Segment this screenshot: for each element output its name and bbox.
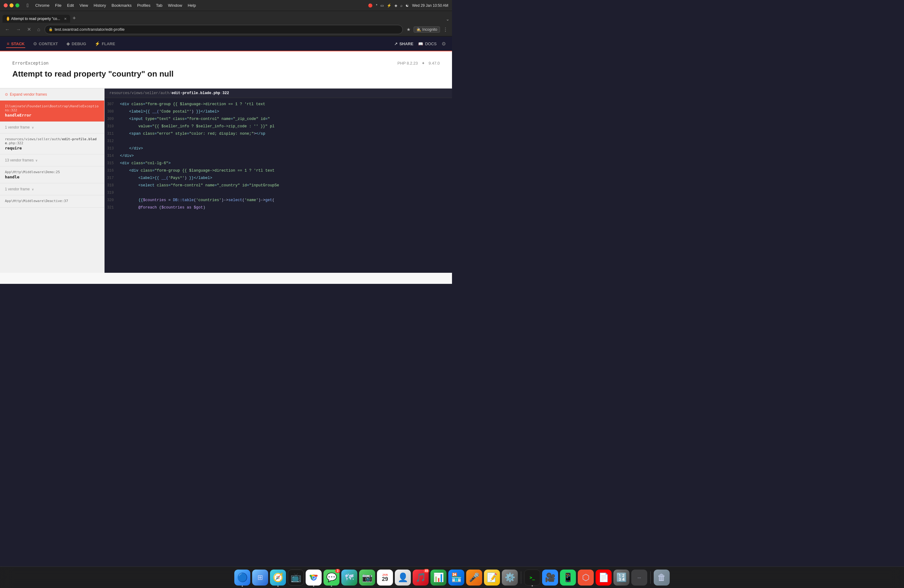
display-icon[interactable]: ▭ bbox=[380, 3, 384, 8]
vendor-frames-label-2: 13 vendor frames bbox=[5, 158, 33, 162]
error-title: Attempt to read property "country" on nu… bbox=[12, 69, 440, 79]
address-bar[interactable]: 🔒 test.swantrad.com/translator/edit-prof… bbox=[44, 25, 403, 34]
line-num-317: 317 bbox=[104, 175, 120, 182]
docs-button[interactable]: 📖 DOCS bbox=[418, 41, 437, 46]
stack-frame-2[interactable]: resources/views/seller/auth/edit-profile… bbox=[0, 133, 104, 154]
debug-tab-label: DEBUG bbox=[72, 41, 86, 46]
line-code-316: <div class="form-group {{ $language->dir… bbox=[120, 167, 275, 174]
ignition-right-actions: ↗ SHARE 📖 DOCS ⚙ bbox=[394, 41, 446, 47]
frame-method-2: require bbox=[5, 146, 99, 150]
code-line-321: 321 @foreach ($countries as $got) bbox=[104, 204, 452, 211]
minimize-button[interactable] bbox=[9, 3, 14, 7]
profiles-menu[interactable]: Profiles bbox=[135, 2, 153, 8]
stack-frame-4[interactable]: App\Http\Middleware\Deactive:37 bbox=[0, 195, 104, 207]
code-line-313: 313 </div> bbox=[104, 145, 452, 152]
stack-frame-3[interactable]: App\Http\Middleware\Demo:25 handle bbox=[0, 166, 104, 183]
code-panel: resources/views/seller/auth/edit-profile… bbox=[104, 89, 452, 273]
help-menu[interactable]: Help bbox=[185, 2, 198, 8]
tab-context[interactable]: ⊙ CONTEXT bbox=[33, 40, 58, 48]
forward-button[interactable]: → bbox=[14, 25, 23, 33]
line-code-308: <label>{{ __('Code postal*') }}</label> bbox=[120, 108, 219, 115]
vendor-frames-3[interactable]: 1 vendor frame ∨ bbox=[0, 183, 104, 195]
battery-icon[interactable]: ⚡ bbox=[387, 3, 392, 8]
code-line-319: 319 bbox=[104, 189, 452, 196]
line-num-312: 312 bbox=[104, 138, 120, 145]
line-num-314: 314 bbox=[104, 153, 120, 159]
search-icon[interactable]: ⌕ bbox=[400, 3, 403, 8]
bluetooth-icon[interactable]: * bbox=[376, 3, 377, 8]
wifi-icon[interactable]: ◈ bbox=[395, 3, 397, 8]
code-file-path: resources/views/seller/auth/edit-profile… bbox=[104, 89, 452, 98]
stack-panel: ⊙ Expand vendor frames Illuminate\Founda… bbox=[0, 89, 104, 273]
siri-icon[interactable]: ☯ bbox=[406, 3, 409, 8]
line-num-313: 313 bbox=[104, 145, 120, 152]
error-meta: ErrorException PHP 8.2.23 ✦ 9.47.0 bbox=[12, 60, 440, 65]
datetime: Wed 29 Jan 10:50 AM bbox=[412, 3, 448, 8]
vendor-frames-label-3: 1 vendor frame bbox=[5, 187, 30, 191]
home-button[interactable]: ⌂ bbox=[35, 25, 42, 33]
control-center-icon[interactable]: 🔴 bbox=[368, 3, 373, 8]
chrome-menu-button[interactable]: ⋮ bbox=[442, 25, 449, 33]
code-line-320: 320 {{$countries = DB::table('countries'… bbox=[104, 196, 452, 204]
line-code-314: </div> bbox=[120, 153, 134, 159]
bookmark-star-button[interactable]: ★ bbox=[405, 25, 412, 33]
line-code-318: <select class="form-control" name="_coun… bbox=[120, 182, 279, 189]
history-menu[interactable]: History bbox=[91, 2, 108, 8]
php-version: PHP 8.2.23 bbox=[398, 61, 418, 65]
ignition-toolbar: ≡ STACK ⊙ CONTEXT ◆ DEBUG ⚡ FLARE ↗ SHAR… bbox=[0, 36, 452, 51]
tab-stack[interactable]: ≡ STACK bbox=[6, 40, 25, 48]
debug-icon: ◆ bbox=[66, 41, 70, 46]
url-text: test.swantrad.com/translator/edit-profil… bbox=[55, 27, 125, 32]
edit-menu[interactable]: Edit bbox=[65, 2, 76, 8]
chrome-menu[interactable]: Chrome bbox=[33, 2, 52, 8]
frame-class-4: App\Http\Middleware\Deactive:37 bbox=[5, 199, 99, 203]
apple-menu[interactable]:  bbox=[24, 2, 31, 9]
reload-button[interactable]: ✕ bbox=[25, 25, 33, 33]
line-num-320: 320 bbox=[104, 197, 120, 204]
tab-close-button[interactable]: ✕ bbox=[64, 17, 67, 21]
bookmarks-menu[interactable]: Bookmarks bbox=[109, 2, 134, 8]
incognito-badge: 🕵 Incognito bbox=[414, 27, 440, 33]
new-tab-button[interactable]: + bbox=[71, 15, 78, 22]
code-area: ⊙ Expand vendor frames Illuminate\Founda… bbox=[0, 88, 452, 273]
main-content: ErrorException PHP 8.2.23 ✦ 9.47.0 Attem… bbox=[0, 51, 452, 284]
stack-frame-1[interactable]: Illuminate\Foundation\Bootstrap\HandleEx… bbox=[0, 101, 104, 122]
browser-chrome: ⚠ Attempt to read property "co... ✕ + ⌄ … bbox=[0, 11, 452, 36]
file-menu[interactable]: File bbox=[52, 2, 64, 8]
code-line-314: 314 </div> bbox=[104, 152, 452, 160]
incognito-icon: 🕵 bbox=[416, 27, 421, 32]
vendor-frames-2[interactable]: 13 vendor frames ∨ bbox=[0, 154, 104, 166]
line-num-310: 310 bbox=[104, 123, 120, 130]
frame-class-3: App\Http\Middleware\Demo:25 bbox=[5, 170, 99, 174]
error-versions: PHP 8.2.23 ✦ 9.47.0 bbox=[398, 61, 440, 65]
incognito-label: Incognito bbox=[422, 27, 437, 32]
line-num-311: 311 bbox=[104, 130, 120, 137]
expand-icon: ⊙ bbox=[5, 92, 8, 96]
share-icon: ↗ bbox=[394, 41, 398, 46]
expand-vendor-label: Expand vendor frames bbox=[10, 92, 47, 96]
code-line-317: 317 <label>{{ __('Pays*') }}</label> bbox=[104, 174, 452, 182]
window-menu[interactable]: Window bbox=[166, 2, 185, 8]
active-tab[interactable]: ⚠ Attempt to read property "co... ✕ bbox=[2, 15, 70, 23]
maximize-button[interactable] bbox=[15, 3, 19, 7]
vendor-frames-1[interactable]: 1 vendor frame ∨ bbox=[0, 122, 104, 133]
back-button[interactable]: ← bbox=[3, 25, 12, 33]
docs-label: DOCS bbox=[425, 41, 437, 46]
share-button[interactable]: ↗ SHARE bbox=[394, 41, 414, 46]
close-button[interactable] bbox=[4, 3, 8, 7]
vendor-chevron-3: ∨ bbox=[32, 188, 34, 191]
error-type: ErrorException bbox=[12, 60, 49, 65]
frame-method-1: handleError bbox=[5, 113, 99, 117]
tab-menu[interactable]: Tab bbox=[153, 2, 165, 8]
tab-flare[interactable]: ⚡ FLARE bbox=[94, 40, 115, 48]
code-line-309: 309 <input type="text" class="form-contr… bbox=[104, 115, 452, 123]
code-line-number: 322 bbox=[222, 91, 229, 95]
settings-button[interactable]: ⚙ bbox=[441, 41, 446, 47]
code-lines: 307 <div class="form-group {{ $language-… bbox=[104, 98, 452, 214]
view-menu[interactable]: View bbox=[77, 2, 90, 8]
expand-vendor-button[interactable]: ⊙ Expand vendor frames bbox=[0, 89, 104, 101]
share-label: SHARE bbox=[400, 41, 414, 46]
tab-debug[interactable]: ◆ DEBUG bbox=[66, 40, 87, 48]
tab-expand-button[interactable]: ⌄ bbox=[446, 17, 450, 22]
line-num-308: 308 bbox=[104, 108, 120, 115]
